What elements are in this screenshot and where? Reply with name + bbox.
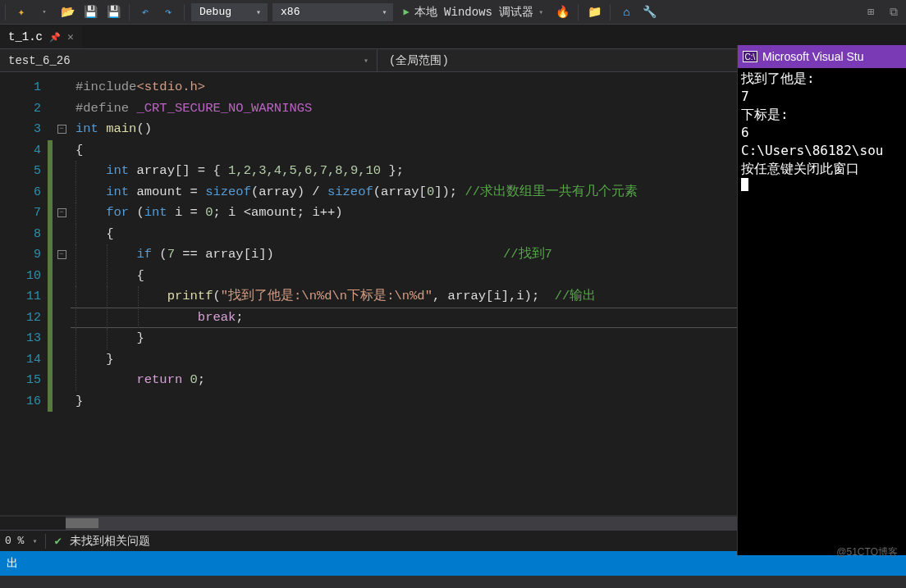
open-folder-icon[interactable]: 📂 xyxy=(58,3,76,21)
console-output: 找到了他是: 7 下标是: 6 C:\Users\86182\sou 按任意键关… xyxy=(738,68,906,198)
chevron-down-icon[interactable]: ▾ xyxy=(32,536,37,546)
issues-label[interactable]: 未找到相关问题 xyxy=(70,534,150,549)
home-icon[interactable]: ⌂ xyxy=(617,3,635,21)
zoom-level[interactable]: 0 % xyxy=(5,535,24,547)
config-label: Debug xyxy=(199,6,231,18)
redo-icon[interactable]: ↷ xyxy=(159,3,177,21)
fold-toggle[interactable]: − xyxy=(57,208,66,217)
folder-icon[interactable]: 📁 xyxy=(585,3,603,21)
settings-icon[interactable]: 🔧 xyxy=(640,3,658,21)
tab-filename: t_1.c xyxy=(8,30,43,43)
config-dropdown[interactable]: Debug ▾ xyxy=(191,3,268,21)
pin-icon[interactable]: 📌 xyxy=(49,32,61,43)
console-window: C:\ Microsoft Visual Stu 找到了他是: 7 下标是: 6… xyxy=(737,45,906,555)
close-icon[interactable]: ✕ xyxy=(67,30,74,43)
console-title-text: Microsoft Visual Stu xyxy=(762,50,863,63)
save-all-icon[interactable]: 💾 xyxy=(104,3,122,21)
file-tab[interactable]: t_1.c 📌 ✕ xyxy=(0,25,82,48)
chevron-down-icon: ▾ xyxy=(364,56,368,66)
cursor xyxy=(741,178,748,191)
output-label: 出 xyxy=(7,556,18,571)
check-icon: ✔ xyxy=(54,534,61,548)
chevron-down-icon: ▾ xyxy=(256,7,261,17)
project-name: test_6_26 xyxy=(8,54,71,67)
layout-icon-1[interactable]: ⊞ xyxy=(862,3,880,21)
run-button[interactable]: ▶ 本地 Windows 调试器 ▾ xyxy=(398,5,548,20)
chevron-down-icon: ▾ xyxy=(382,7,387,17)
main-toolbar: ✦ ▾ 📂 💾 💾 ↶ ↷ Debug ▾ x86 ▾ ▶ 本地 Windows… xyxy=(0,0,906,25)
fold-toggle[interactable]: − xyxy=(57,250,66,259)
chevron-down-icon: ▾ xyxy=(538,7,543,17)
run-label: 本地 Windows 调试器 xyxy=(414,5,534,20)
console-titlebar[interactable]: C:\ Microsoft Visual Stu xyxy=(738,45,906,68)
undo-icon[interactable]: ↶ xyxy=(136,3,154,21)
scrollbar-thumb[interactable] xyxy=(66,518,98,528)
fire-icon[interactable]: 🔥 xyxy=(553,3,571,21)
save-icon[interactable]: 💾 xyxy=(81,3,99,21)
new-item-icon[interactable]: ✦ xyxy=(12,3,30,21)
console-app-icon: C:\ xyxy=(743,51,757,62)
platform-label: x86 xyxy=(281,6,300,18)
fold-column: − − − xyxy=(53,72,71,515)
platform-dropdown[interactable]: x86 ▾ xyxy=(272,3,393,21)
watermark: @51CTO博客 xyxy=(836,545,898,559)
play-icon: ▶ xyxy=(403,6,409,18)
fold-toggle[interactable]: − xyxy=(57,125,66,134)
layout-icon-2[interactable]: ⧉ xyxy=(885,3,903,21)
dropdown-arrow-icon[interactable]: ▾ xyxy=(35,3,53,21)
line-number-gutter: 1234 5678 9101112 13141516 xyxy=(0,72,48,515)
scope-label: (全局范围) xyxy=(389,53,449,68)
project-scope-dropdown[interactable]: test_6_26 ▾ xyxy=(0,49,378,71)
